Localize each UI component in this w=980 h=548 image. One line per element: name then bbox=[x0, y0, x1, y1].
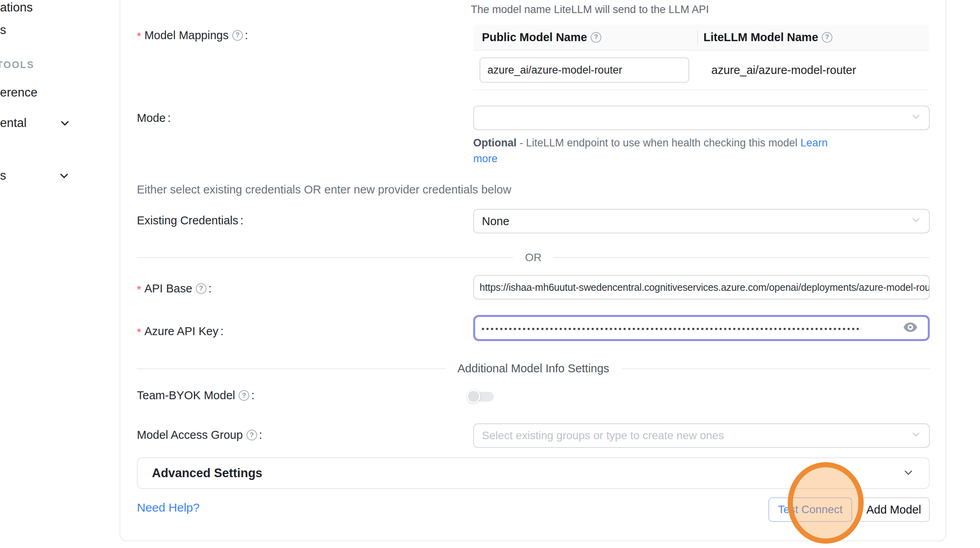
label-colon: : bbox=[259, 429, 262, 442]
chevron-down-icon bbox=[902, 466, 915, 480]
header-text: LiteLLM Model Name bbox=[703, 31, 818, 44]
header-text: Public Model Name bbox=[482, 31, 587, 44]
model-access-group-select[interactable]: Select existing groups or type to create… bbox=[473, 423, 930, 448]
sidebar-item-label: erence bbox=[0, 85, 38, 100]
sidebar-item-label: ental bbox=[0, 116, 27, 130]
api-base-label: * API Base ? : bbox=[137, 281, 212, 296]
azure-api-key-label: * Azure API Key : bbox=[137, 324, 224, 339]
api-base-input[interactable]: https://ishaa-mh6uutut-swedencentral.cog… bbox=[473, 275, 930, 300]
need-help-link[interactable]: Need Help? bbox=[137, 501, 199, 514]
litellm-model-name-header: LiteLLM Model Name ? bbox=[697, 25, 929, 50]
sidebar-item-experimental[interactable]: ental bbox=[0, 116, 27, 131]
or-divider: OR bbox=[137, 251, 930, 264]
divider-text: OR bbox=[525, 251, 542, 264]
label-text: Azure API Key bbox=[144, 325, 218, 338]
model-mappings-label: * Model Mappings ? : bbox=[137, 28, 248, 43]
label-colon: : bbox=[168, 112, 171, 125]
help-circle-icon[interactable]: ? bbox=[591, 32, 601, 43]
help-circle-icon[interactable]: ? bbox=[822, 32, 832, 43]
divider-line bbox=[137, 257, 513, 258]
team-byok-label: Team-BYOK Model ? : bbox=[137, 389, 254, 402]
required-asterisk: * bbox=[137, 324, 141, 339]
label-colon: : bbox=[209, 282, 212, 295]
sidebar-item-label: s bbox=[0, 23, 6, 37]
help-circle-icon[interactable]: ? bbox=[246, 430, 257, 440]
divider-line bbox=[137, 368, 445, 369]
chevron-down-icon bbox=[910, 111, 922, 125]
select-value: None bbox=[482, 215, 509, 228]
azure-api-key-input[interactable]: ••••••••••••••••••••••••••••••••••••••••… bbox=[473, 315, 930, 341]
table-row: azure_ai/azure-model-router bbox=[473, 51, 929, 90]
optional-bold: Optional bbox=[473, 137, 517, 149]
model-name-helper-text: The model name LiteLLM will send to the … bbox=[471, 4, 709, 16]
required-asterisk: * bbox=[137, 28, 141, 43]
model-access-group-label: Model Access Group ? : bbox=[137, 429, 262, 442]
team-byok-toggle[interactable] bbox=[468, 390, 495, 403]
required-asterisk: * bbox=[137, 281, 141, 296]
label-colon: : bbox=[220, 325, 224, 338]
mode-optional-note-line1: Optional - LiteLLM endpoint to use when … bbox=[473, 137, 828, 149]
additional-model-info-divider: Additional Model Info Settings bbox=[137, 362, 930, 375]
public-model-name-header: Public Model Name ? bbox=[473, 25, 697, 50]
mode-optional-note-line2: more bbox=[473, 153, 498, 165]
public-model-name-input[interactable] bbox=[480, 57, 689, 83]
sidebar-item-organizations[interactable]: ations bbox=[0, 0, 33, 15]
toggle-knob bbox=[467, 390, 480, 403]
mode-select[interactable] bbox=[473, 106, 930, 130]
chevron-down-icon bbox=[59, 117, 71, 131]
existing-credentials-select[interactable]: None bbox=[473, 209, 930, 233]
sidebar-item-settings[interactable]: s bbox=[0, 168, 6, 183]
litellm-model-name-value: azure_ai/azure-model-router bbox=[697, 64, 856, 77]
eye-icon[interactable] bbox=[903, 322, 917, 334]
help-circle-icon[interactable]: ? bbox=[239, 390, 249, 401]
sidebar: ations s TOOLS erence ental s bbox=[0, 0, 119, 548]
chevron-down-icon bbox=[910, 214, 922, 229]
button-label: Add Model bbox=[866, 503, 921, 516]
mode-label: Mode : bbox=[137, 112, 171, 125]
table-header-row: Public Model Name ? LiteLLM Model Name ? bbox=[473, 25, 929, 51]
sidebar-item-users[interactable]: s bbox=[0, 23, 6, 38]
note-text: Either select existing credentials OR en… bbox=[137, 183, 511, 196]
label-text: Mode bbox=[137, 112, 166, 125]
sidebar-item-label: ations bbox=[0, 0, 33, 15]
label-text: Model Access Group bbox=[137, 429, 243, 442]
help-circle-icon[interactable]: ? bbox=[232, 30, 243, 41]
masked-password-value: ••••••••••••••••••••••••••••••••••••••••… bbox=[481, 322, 861, 334]
divider-text: Additional Model Info Settings bbox=[457, 362, 609, 375]
label-text: API Base bbox=[144, 282, 192, 295]
divider-line bbox=[621, 368, 930, 369]
chevron-down-icon bbox=[58, 169, 70, 184]
divider-line bbox=[554, 257, 930, 258]
advanced-settings-collapse[interactable]: Advanced Settings bbox=[137, 457, 930, 489]
sidebar-item-api-reference[interactable]: erence bbox=[0, 85, 38, 100]
label-colon: : bbox=[245, 29, 248, 42]
label-text: Existing Credentials bbox=[137, 214, 238, 227]
label-text: Team-BYOK Model bbox=[137, 389, 235, 402]
chevron-down-icon bbox=[910, 429, 922, 443]
button-label: Test Connect bbox=[778, 503, 842, 516]
sidebar-item-label: s bbox=[0, 169, 6, 183]
advanced-settings-title: Advanced Settings bbox=[152, 466, 262, 480]
optional-text: - LiteLLM endpoint to use when health ch… bbox=[519, 137, 797, 149]
select-placeholder: Select existing groups or type to create… bbox=[482, 429, 724, 442]
test-connect-button[interactable]: Test Connect bbox=[768, 497, 852, 522]
input-value: https://ishaa-mh6uutut-swedencentral.cog… bbox=[480, 282, 930, 293]
add-model-button[interactable]: Add Model bbox=[858, 497, 930, 522]
help-circle-icon[interactable]: ? bbox=[196, 283, 207, 294]
label-colon: : bbox=[251, 389, 254, 402]
learn-more-link[interactable]: more bbox=[473, 153, 498, 165]
label-colon: : bbox=[240, 214, 243, 227]
sidebar-section-tools: TOOLS bbox=[0, 59, 34, 70]
model-mappings-table: Public Model Name ? LiteLLM Model Name ?… bbox=[473, 25, 929, 90]
existing-credentials-label: Existing Credentials : bbox=[137, 214, 243, 227]
credentials-note: Either select existing credentials OR en… bbox=[137, 183, 511, 196]
label-text: Model Mappings bbox=[144, 29, 229, 42]
learn-more-link[interactable]: Learn bbox=[800, 137, 828, 149]
